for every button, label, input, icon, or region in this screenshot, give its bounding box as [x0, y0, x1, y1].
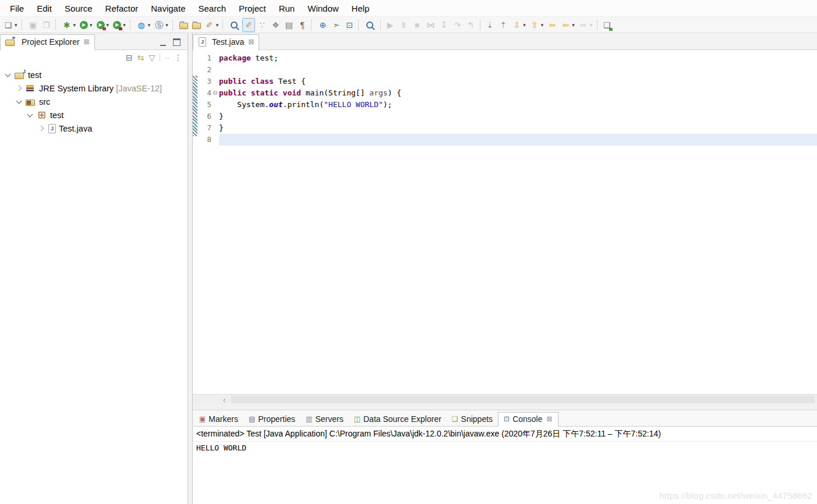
close-icon[interactable]: ⊠ — [248, 38, 254, 45]
debug-button[interactable]: ✱▾ — [61, 18, 78, 32]
pin-editor-button[interactable]: ❏ — [600, 18, 613, 32]
chevron-right-icon[interactable] — [38, 126, 44, 132]
last-edit-location-button[interactable]: ⇩▾ — [510, 18, 528, 32]
back-to-last-edit-button[interactable]: ⇦ — [546, 18, 558, 32]
new-wizard-button[interactable]: ❏▾ — [2, 18, 19, 32]
bottom-tab-properties[interactable]: ▤Properties — [243, 413, 300, 426]
chevron-down-icon[interactable]: ▾ — [165, 22, 168, 28]
chevron-right-icon[interactable] — [16, 86, 22, 91]
chevron-down-icon[interactable]: ▾ — [541, 22, 544, 28]
show-outline-button[interactable]: ▤ — [282, 18, 295, 32]
chevron-down-icon[interactable]: ▾ — [123, 22, 126, 28]
chevron-down-icon[interactable]: ▾ — [15, 22, 17, 28]
go-into-top-button[interactable]: ⇧▾ — [528, 18, 546, 32]
tree-item-test-java[interactable]: Test.java — [0, 122, 188, 135]
disconnect-button[interactable]: ⋈ — [424, 18, 437, 32]
tree-item-test[interactable]: test — [0, 68, 188, 81]
tree-item-test[interactable]: test — [0, 108, 188, 122]
chevron-down-icon[interactable]: ▾ — [148, 22, 151, 28]
menu-edit[interactable]: Edit — [30, 2, 58, 15]
bottom-sash[interactable] — [193, 404, 817, 410]
menu-refactor[interactable]: Refactor — [99, 2, 145, 15]
focus-icon[interactable]: ∙∙ — [165, 54, 169, 62]
open-console-button[interactable]: ⊡ — [343, 18, 356, 32]
open-file-button[interactable] — [178, 18, 190, 32]
forward-button[interactable]: ⇨▾ — [577, 18, 595, 32]
previous-annotation-button[interactable]: ⇡ — [497, 18, 510, 32]
show-whitespace-button[interactable]: ¶ — [296, 18, 309, 32]
menu-project[interactable]: Project — [232, 2, 273, 15]
view-menu-icon[interactable]: ⋮ — [174, 54, 182, 62]
code-line-5[interactable]: 5 System.out.println("HELLO WORLD"); — [197, 99, 817, 111]
run-coverage-button[interactable]: ▶▾ — [95, 18, 111, 32]
run-client-button[interactable]: ➣ — [330, 18, 342, 32]
mark-occurrences-button[interactable]: ✐ — [242, 18, 255, 32]
code-line-6[interactable]: 6} — [197, 111, 817, 122]
panel-sash[interactable] — [188, 33, 192, 504]
chevron-down-icon[interactable]: ▾ — [90, 22, 93, 28]
scrollbar-thumb[interactable] — [231, 396, 815, 403]
tab-project-explorer[interactable]: Project Explorer ⊠ — [0, 34, 95, 50]
suspend-button[interactable]: Ⅱ — [397, 18, 410, 32]
code-line-1[interactable]: 1package test; — [197, 52, 817, 64]
menu-source[interactable]: Source — [58, 2, 99, 15]
code-line-2[interactable]: 2 — [197, 64, 817, 76]
profile-button[interactable]: ▶▾ — [111, 18, 128, 32]
minimize-icon[interactable] — [160, 40, 166, 46]
chevron-down-icon[interactable]: ▾ — [590, 22, 593, 28]
terminate-button[interactable]: ■ — [411, 18, 423, 32]
step-into-button[interactable]: ↧ — [437, 18, 450, 32]
menu-navigate[interactable]: Navigate — [144, 2, 192, 15]
new-web-service-button[interactable]: Ⓢ▾ — [153, 18, 170, 32]
back-button[interactable]: ⇦▾ — [559, 18, 577, 32]
menu-help[interactable]: Help — [345, 2, 376, 15]
code-line-8[interactable]: 8 — [197, 134, 817, 145]
bottom-tab-snippets[interactable]: ❑Snippets — [447, 413, 498, 426]
chevron-down-icon[interactable]: ▾ — [73, 22, 76, 28]
close-icon[interactable]: ⊠ — [84, 38, 90, 45]
chevron-down-icon[interactable] — [27, 111, 33, 117]
chevron-down-icon[interactable] — [16, 98, 22, 104]
fold-collapse-icon[interactable]: ⊖ — [211, 87, 219, 99]
scroll-left-icon[interactable]: ‹ — [220, 395, 229, 404]
next-annotation-button[interactable]: ⇣ — [483, 18, 496, 32]
chevron-down-icon[interactable]: ▾ — [107, 22, 109, 28]
menu-file[interactable]: File — [3, 2, 30, 15]
close-icon[interactable]: ⊠ — [547, 416, 553, 423]
tab-test-java[interactable]: Test.java ⊠ — [193, 34, 259, 50]
bottom-tab-data-source-explorer[interactable]: ◫Data Source Explorer — [349, 413, 447, 426]
code-line-3[interactable]: 3public class Test { — [197, 76, 817, 87]
open-folder-button[interactable] — [190, 18, 203, 32]
collapse-all-icon[interactable]: ⊟ — [126, 54, 133, 62]
menu-search[interactable]: Search — [192, 2, 232, 15]
step-return-button[interactable]: ↰ — [464, 18, 477, 32]
save-button[interactable]: ▣ — [27, 18, 40, 32]
code-editor[interactable]: 1package test;23public class Test {4⊖pub… — [193, 50, 817, 394]
horizontal-scrollbar[interactable]: ‹ — [193, 394, 817, 404]
menu-run[interactable]: Run — [273, 2, 302, 15]
chevron-down-icon[interactable]: ▾ — [572, 22, 575, 28]
code-line-4[interactable]: 4⊖public static void main(String[] args)… — [197, 87, 817, 99]
link-with-editor-icon[interactable]: ⇆ — [137, 54, 144, 62]
bottom-tab-console[interactable]: ⊡Console⊠ — [498, 412, 558, 427]
filter-icon[interactable]: ▽ — [148, 54, 155, 62]
step-over-button[interactable]: ↷ — [451, 18, 464, 32]
open-task-button[interactable]: ❖ — [269, 18, 282, 32]
maximize-icon[interactable] — [173, 38, 181, 46]
open-type-button[interactable] — [228, 18, 242, 32]
clean-brush-button[interactable]: ✐▾ — [203, 18, 221, 32]
tree-item-jre-system-library[interactable]: JRE System Library[JavaSE-12] — [0, 81, 188, 95]
web-browser-button[interactable]: ⊕ — [316, 18, 329, 32]
menu-window[interactable]: Window — [301, 2, 345, 15]
chevron-down-icon[interactable] — [5, 71, 11, 77]
code-line-7[interactable]: 7} — [197, 122, 817, 134]
tree-item-src[interactable]: src — [0, 95, 188, 108]
bottom-tab-servers[interactable]: ▥Servers — [300, 413, 349, 426]
save-all-button[interactable]: ❐ — [40, 18, 53, 32]
search-button[interactable] — [363, 18, 377, 32]
run-button[interactable]: ▶▾ — [78, 18, 94, 32]
externalize-strings-button[interactable]: ∵ — [256, 18, 268, 32]
chevron-down-icon[interactable]: ▾ — [523, 22, 526, 28]
resume-button[interactable]: ▶ — [384, 18, 397, 32]
chevron-down-icon[interactable]: ▾ — [216, 22, 219, 28]
